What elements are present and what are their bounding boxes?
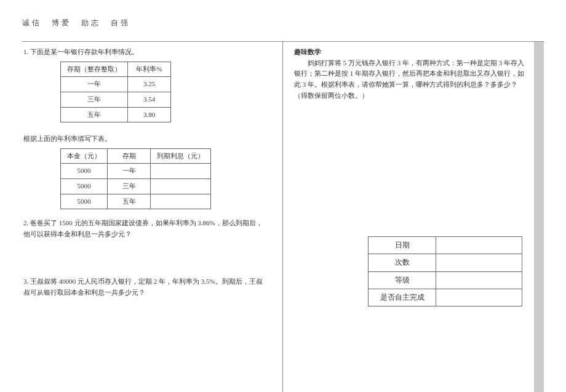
table-row: 等级 — [369, 271, 522, 289]
cell-interest[interactable] — [151, 178, 211, 194]
cell-rate: 3.25 — [128, 77, 171, 92]
record-value-date[interactable] — [436, 237, 522, 254]
table-row: 存期（整存整取） 年利率% — [61, 62, 171, 77]
rate-tbl-head-term: 存期（整存整取） — [61, 62, 128, 77]
q3-text: 3. 王叔叔将 40000 元人民币存入银行，定期 2 年，年利率为 3.5%。… — [23, 278, 263, 296]
q1-title: 1. 下面是某一年银行存款年利率情况。 — [23, 48, 138, 55]
table-row: 三年 3.54 — [61, 92, 171, 107]
right-column: 趣味数学 妈妈打算将 5 万元钱存入银行 3 年，有两种方式：第一种是定期 3 … — [283, 42, 544, 392]
table-row: 五年 3.80 — [61, 107, 171, 122]
cell-term: 三年 — [61, 92, 128, 107]
table-row: 5000 五年 — [61, 194, 211, 209]
q2-text: 2. 爸爸买了 1500 元的五年期国家建设债券，如果年利率为 3.86%，那么… — [23, 219, 263, 238]
cell-term: 五年 — [108, 194, 151, 209]
record-label-count: 次数 — [369, 254, 436, 271]
record-value-self[interactable] — [436, 289, 522, 306]
fill-table: 本金（元） 存期 到期利息（元） 5000 一年 5000 三年 — [60, 148, 211, 209]
column-right-edge — [534, 42, 544, 392]
question-2: 2. 爸爸买了 1500 元的五年期国家建设债券，如果年利率为 3.86%，那么… — [23, 218, 268, 239]
cell-rate: 3.80 — [128, 107, 171, 122]
rate-tbl-head-rate: 年利率% — [128, 62, 171, 77]
table-row: 日期 — [369, 237, 522, 254]
cell-principal: 5000 — [61, 194, 108, 209]
record-label-grade: 等级 — [369, 271, 436, 289]
record-value-count[interactable] — [436, 254, 522, 271]
table-row: 5000 一年 — [61, 164, 211, 179]
table-row: 5000 三年 — [61, 178, 211, 194]
fill-tbl-head-term: 存期 — [108, 148, 151, 164]
record-value-grade[interactable] — [436, 271, 522, 289]
cell-term: 三年 — [108, 178, 151, 194]
table-row: 是否自主完成 — [369, 289, 522, 306]
cell-interest[interactable] — [151, 194, 211, 209]
record-label-self: 是否自主完成 — [369, 289, 436, 306]
q1-subtext: 根据上面的年利率填写下表。 — [23, 134, 268, 145]
content-columns: 1. 下面是某一年银行存款年利率情况。 存期（整存整取） 年利率% 一年 3.2… — [22, 41, 544, 392]
cell-rate: 3.54 — [128, 92, 171, 107]
fill-tbl-head-interest: 到期利息（元） — [151, 148, 211, 164]
fun-math-body: 妈妈打算将 5 万元钱存入银行 3 年，有两种方式：第一种是定期 3 年存入银行… — [294, 58, 529, 101]
question-3: 3. 王叔叔将 40000 元人民币存入银行，定期 2 年，年利率为 3.5%。… — [23, 276, 268, 298]
cell-term: 一年 — [61, 77, 128, 92]
table-row: 次数 — [369, 254, 522, 271]
fun-math-title: 趣味数学 — [294, 48, 321, 55]
left-column: 1. 下面是某一年银行存款年利率情况。 存期（整存整取） 年利率% 一年 3.2… — [22, 42, 283, 392]
question-1: 1. 下面是某一年银行存款年利率情况。 存期（整存整取） 年利率% 一年 3.2… — [23, 47, 268, 209]
fill-tbl-head-principal: 本金（元） — [61, 148, 108, 164]
fun-math-block: 趣味数学 妈妈打算将 5 万元钱存入银行 3 年，有两种方式：第一种是定期 3 … — [294, 47, 543, 101]
table-row: 本金（元） 存期 到期利息（元） — [61, 148, 211, 164]
cell-term: 五年 — [61, 107, 128, 122]
record-table: 日期 次数 等级 是否自主完成 — [368, 236, 522, 306]
cell-interest[interactable] — [151, 164, 211, 179]
rate-table: 存期（整存整取） 年利率% 一年 3.25 三年 3.54 五年 — [60, 62, 171, 122]
table-row: 一年 3.25 — [61, 77, 171, 92]
header-slogan: 诚信 博爱 励志 自强 — [22, 17, 544, 29]
cell-principal: 5000 — [61, 178, 108, 194]
cell-principal: 5000 — [61, 164, 108, 179]
record-label-date: 日期 — [369, 237, 436, 254]
cell-term: 一年 — [108, 164, 151, 179]
